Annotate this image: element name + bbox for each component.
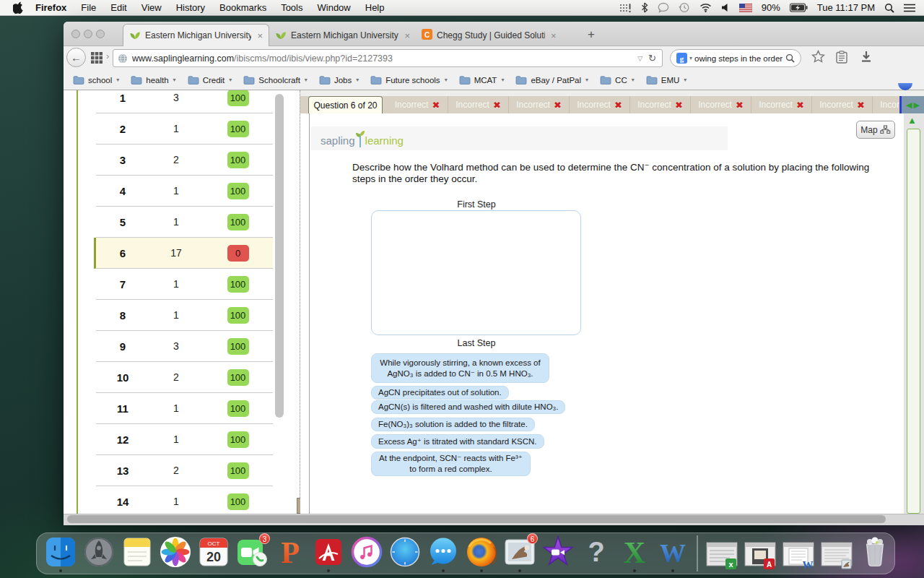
engine-dropdown-icon[interactable]: ▾ (689, 55, 692, 61)
dock-acrobat-icon[interactable] (312, 535, 345, 572)
browser-tab-2[interactable]: Eastern Michigan University ...× (269, 25, 416, 46)
score-row-q9[interactable]: 93100 (96, 331, 273, 362)
score-row-q12[interactable]: 121100 (96, 424, 273, 455)
dock-launchpad-icon[interactable] (82, 535, 116, 572)
menu-item-window[interactable]: Window (310, 0, 358, 16)
score-row-q6[interactable]: 6170 (94, 238, 273, 269)
menu-item-view[interactable]: View (134, 0, 169, 16)
dock-finder-icon[interactable] (44, 535, 77, 572)
browser-tab-3[interactable]: CChegg Study | Guided Soluti...× (416, 25, 578, 46)
score-row-q13[interactable]: 132100 (96, 455, 273, 486)
incorrect-tab-9[interactable]: Incorrect✖ (872, 96, 899, 113)
bookmark-folder-health[interactable]: health▾ (127, 76, 183, 85)
step-option-6[interactable]: At the endpoint, SCN⁻ reacts with Fe³⁺ t… (371, 452, 531, 476)
search-magnifier-icon[interactable] (785, 53, 795, 63)
incorrect-tab-8[interactable]: Incorrect✖ (811, 96, 872, 113)
tab-close-icon[interactable]: × (404, 30, 410, 41)
incorrect-tab-2[interactable]: Incorrect✖ (448, 96, 508, 113)
incorrect-tab-1[interactable]: Incorrect✖ (387, 96, 448, 113)
dock-minimized-mail-window[interactable] (820, 535, 853, 572)
score-row-q3[interactable]: 32100 (96, 144, 273, 176)
score-row-q7[interactable]: 71100 (96, 269, 273, 300)
dock-minimized-acrobat-window[interactable]: A (744, 535, 777, 572)
downloads-icon[interactable] (860, 51, 872, 66)
step-option-2[interactable]: AgCN precipitates out of solution. (371, 386, 509, 400)
dock-notes-icon[interactable] (121, 535, 154, 572)
menu-item-edit[interactable]: Edit (103, 0, 134, 16)
bookmark-folder-ebay-patpal[interactable]: eBay / PatPal▾ (512, 76, 596, 85)
bookmark-folder-future-schools[interactable]: Future schools▾ (367, 76, 455, 85)
menu-item-bookmarks[interactable]: Bookmarks (212, 0, 274, 16)
incorrect-tab-6[interactable]: Incorrect✖ (690, 96, 751, 113)
new-tab-button[interactable]: + (582, 27, 601, 42)
battery-charging-icon[interactable] (790, 3, 808, 12)
dock-photos-icon[interactable] (159, 535, 192, 572)
search-bar[interactable]: g ▾ owing steps in the order they occur. (670, 49, 801, 67)
scores-scrollbar[interactable] (275, 94, 284, 418)
step-option-3[interactable]: AgCN(s) is filtered and washed with dilu… (371, 400, 565, 414)
score-row-q11[interactable]: 111100 (96, 393, 273, 424)
bookmark-star-icon[interactable] (811, 50, 825, 66)
search-query-text[interactable]: owing steps in the order they occur. (694, 54, 783, 63)
reading-list-icon[interactable] (836, 51, 847, 66)
dock-safari-icon[interactable] (388, 535, 422, 572)
bookmark-folder-mcat[interactable]: MCAT▾ (456, 76, 513, 85)
window-minimize-button[interactable] (84, 30, 92, 38)
answer-drop-zone[interactable] (371, 210, 581, 335)
bookmark-folder-jobs[interactable]: Jobs▾ (315, 76, 367, 85)
dock-word-icon[interactable]: W (656, 535, 689, 572)
dock-imovie-icon[interactable] (541, 535, 575, 572)
dock-mail-icon[interactable]: 6 (503, 535, 536, 572)
dock-unknown-app-icon[interactable]: ? (580, 535, 613, 572)
incorrect-tab-5[interactable]: Incorrect✖ (629, 96, 690, 113)
window-close-button[interactable] (71, 30, 80, 38)
address-bar[interactable]: www.saplinglearning.com/ibiscms/mod/ibis… (113, 49, 663, 67)
dock-minimized-excel-window[interactable]: x (705, 535, 738, 572)
bookmark-folder-schoolcraft[interactable]: Schoolcraft▾ (240, 76, 315, 85)
browser-tab-1[interactable]: Eastern Michigan University ...× (123, 24, 269, 46)
bookmark-folder-cc[interactable]: CC▾ (596, 76, 642, 85)
us-flag-icon[interactable] (739, 4, 752, 12)
tab-close-icon[interactable]: × (551, 30, 557, 41)
url-text[interactable]: www.saplinglearning.com/ibiscms/mod/ibis… (132, 53, 393, 64)
score-row-q1[interactable]: 13100 (96, 90, 273, 113)
menu-item-tools[interactable]: Tools (274, 0, 310, 16)
horizontal-scrollbar-thumb[interactable] (67, 515, 886, 523)
dock-itunes-icon[interactable] (350, 535, 383, 572)
score-row-q14[interactable]: 141100 (96, 486, 273, 514)
bookmark-folder-school[interactable]: school▾ (69, 76, 127, 85)
active-question-tab[interactable]: Question 6 of 20 (308, 96, 383, 113)
volume-icon[interactable] (721, 3, 730, 12)
dock-powerpoint-icon[interactable]: P (274, 535, 307, 572)
bookmark-folder-credit[interactable]: Credit▾ (184, 76, 240, 85)
tab-scroll-arrows[interactable]: ◀▶ (902, 96, 924, 113)
bluetooth-icon[interactable] (641, 2, 648, 13)
score-row-q5[interactable]: 51100 (96, 207, 273, 238)
step-option-4[interactable]: Fe(NO₃)₃ solution is added to the filtra… (371, 418, 535, 431)
page-scrollbar-thumb[interactable] (907, 129, 920, 514)
score-row-q4[interactable]: 41100 (96, 176, 273, 207)
time-machine-icon[interactable] (679, 2, 690, 13)
incorrect-tab-7[interactable]: Incorrect✖ (751, 96, 811, 113)
reload-icon[interactable]: ↻ (647, 53, 658, 64)
incorrect-tab-4[interactable]: Incorrect✖ (569, 96, 629, 113)
dock-excel-icon[interactable]: X (618, 535, 651, 572)
input-menu-icon[interactable] (619, 3, 632, 13)
dock-messages-icon[interactable] (427, 535, 460, 572)
wifi-icon[interactable] (699, 3, 712, 12)
dock-calendar-icon[interactable]: OCT20 (197, 535, 230, 572)
menu-item-firefox[interactable]: Firefox (28, 0, 74, 16)
menu-item-help[interactable]: Help (358, 0, 392, 16)
back-button[interactable]: ← (66, 48, 86, 67)
page-scroll-up-arrow[interactable]: ▲ (907, 115, 917, 126)
menu-item-history[interactable]: History (169, 0, 212, 16)
step-option-5[interactable]: Excess Ag⁺ is titrated with standard KSC… (371, 434, 544, 449)
apple-menu-icon[interactable] (13, 1, 24, 14)
spotlight-icon[interactable] (884, 3, 894, 13)
dock-firefox-icon[interactable] (465, 535, 498, 572)
tab-groups-icon[interactable] (91, 52, 103, 66)
url-dropdown-icon[interactable]: ▽ (633, 55, 647, 62)
menu-bar-clock[interactable]: Tue 11:17 PM (817, 2, 875, 13)
google-engine-icon[interactable]: g (676, 53, 687, 64)
incorrect-tab-3[interactable]: Incorrect✖ (508, 96, 569, 113)
